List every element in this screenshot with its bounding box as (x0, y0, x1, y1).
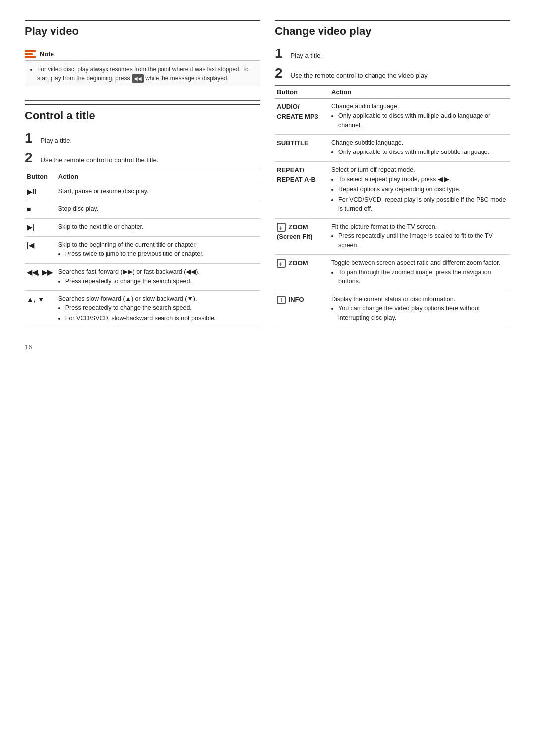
action-cell: Searches slow-forward (▲) or slow-backwa… (56, 291, 260, 328)
right-step2-row: 2 Use the remote control to change the v… (275, 65, 510, 81)
left-step1-text: Play a title. (41, 137, 72, 144)
note-label: Note (40, 50, 54, 58)
button-cell: ◀◀, ▶▶ (25, 263, 56, 291)
action-cell: Change audio language.Only applicable to… (329, 99, 510, 135)
table-row: ZOOMToggle between screen aspect ratio a… (275, 254, 510, 291)
left-col1-header: Button (25, 170, 56, 183)
right-col2-header: Action (329, 86, 510, 99)
right-step2-text: Use the remote control to change the vid… (291, 72, 429, 79)
play-video-title: Play video (25, 20, 260, 41)
action-cell: Select or turn off repeat mode.To select… (329, 161, 510, 218)
table-row: REPEAT/ REPEAT A-BSelect or turn off rep… (275, 161, 510, 218)
table-row: |◀Skip to the beginning of the current t… (25, 237, 260, 264)
action-cell: Skip to the beginning of the current tit… (56, 237, 260, 264)
button-cell: |◀ (25, 237, 56, 264)
table-row: ■Stop disc play. (25, 201, 260, 219)
button-cell: ZOOM (Screen Fit) (275, 218, 329, 254)
button-cell: SUBTITLE (275, 135, 329, 162)
note-text-box: For video disc, play always resumes from… (25, 60, 260, 87)
table-row: ▶IIStart, pause or resume disc play. (25, 183, 260, 201)
right-step1-row: 1 Play a title. (275, 46, 510, 61)
button-cell: ▲, ▼ (25, 291, 56, 328)
left-col2-header: Action (56, 170, 260, 183)
action-cell: Display the current status or disc infor… (329, 291, 510, 327)
info-icon: i (277, 296, 286, 304)
table-row: ▶|Skip to the next title or chapter. (25, 219, 260, 237)
change-table: Button Action AUDIO/ CREATE MP3Change au… (275, 85, 510, 327)
left-step2-row: 2 Use the remote control to control the … (25, 150, 260, 166)
button-cell: REPEAT/ REPEAT A-B (275, 161, 329, 218)
note-back-btn: ◀◀ (132, 74, 144, 83)
right-step1-text: Play a title. (291, 52, 322, 59)
table-row: ◀◀, ▶▶Searches fast-forward (▶▶) or fast… (25, 263, 260, 291)
control-table: Button Action ▶IIStart, pause or resume … (25, 170, 260, 328)
action-cell: Toggle between screen aspect ratio and d… (329, 254, 510, 291)
note-text-part2: while the message is displayed. (145, 75, 229, 82)
button-cell: ■ (25, 201, 56, 219)
action-cell: Start, pause or resume disc play. (56, 183, 260, 201)
control-title: Control a title (25, 104, 260, 125)
note-box: Note For video disc, play always resumes… (25, 46, 260, 91)
action-cell: Stop disc play. (56, 201, 260, 219)
right-column: Change video play 1 Play a title. 2 Use … (275, 20, 510, 327)
action-cell: Skip to the next title or chapter. (56, 219, 260, 237)
right-col1-header: Button (275, 86, 329, 99)
page-number: 16 (25, 343, 260, 351)
change-video-title: Change video play (275, 20, 510, 41)
left-column: Play video Note For video disc, play alw… (25, 20, 260, 351)
note-icon (25, 50, 36, 58)
right-step1-num: 1 (275, 46, 283, 61)
button-cell: ▶II (25, 183, 56, 201)
button-cell: ▶| (25, 219, 56, 237)
action-cell: Change subtitle language.Only applicable… (329, 135, 510, 162)
note-icon-area: Note For video disc, play always resumes… (25, 50, 260, 87)
right-step2-num: 2 (275, 65, 283, 81)
zoom-icon (277, 223, 286, 232)
button-cell: ZOOM (275, 254, 329, 291)
action-cell: Fit the picture format to the TV screen.… (329, 218, 510, 254)
zoom-icon (277, 259, 286, 268)
divider-control (25, 100, 260, 101)
button-cell: i INFO (275, 291, 329, 327)
table-row: ▲, ▼Searches slow-forward (▲) or slow-ba… (25, 291, 260, 328)
table-row: i INFODisplay the current status or disc… (275, 291, 510, 327)
left-step2-num: 2 (25, 150, 33, 166)
left-step1-num: 1 (25, 130, 33, 146)
action-cell: Searches fast-forward (▶▶) or fast-backw… (56, 263, 260, 291)
left-step1-row: 1 Play a title. (25, 130, 260, 146)
left-step2-text: Use the remote control to control the ti… (41, 156, 159, 164)
button-cell: AUDIO/ CREATE MP3 (275, 99, 329, 135)
table-row: AUDIO/ CREATE MP3Change audio language.O… (275, 99, 510, 135)
table-row: ZOOM (Screen Fit)Fit the picture format … (275, 218, 510, 254)
table-row: SUBTITLEChange subtitle language.Only ap… (275, 135, 510, 162)
